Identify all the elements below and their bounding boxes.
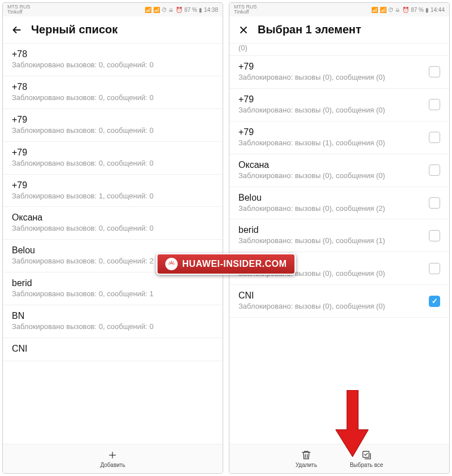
status-bar: MTS RUS Tinkoff 📶 📶 ⏱ 🕭 ⏰ 87 % ▮ 14:38 (3, 3, 223, 16)
contact-stats: Заблокировано вызовов: 0, сообщений: 1 (12, 289, 214, 299)
blocklist[interactable]: +78 Заблокировано вызовов: 0, сообщений:… (3, 44, 223, 444)
contact-name: BN (12, 311, 214, 321)
contact-name: CNI (12, 344, 214, 354)
select-checkbox[interactable] (429, 132, 440, 143)
list-item[interactable]: BN Заблокировано вызовов: 0, сообщений: … (3, 305, 223, 338)
contact-stats: Заблокировано вызовов: 0, сообщений: 0 (12, 159, 214, 168)
list-item[interactable]: +79 Заблокировано вызовов: 0, сообщений:… (3, 109, 223, 142)
page-title: Выбран 1 элемент (258, 23, 361, 36)
list-item[interactable]: +79 Заблокировано: вызовы (1), сообщения… (229, 122, 449, 154)
select-all-label: Выбрать все (350, 462, 383, 468)
contact-stats: Заблокировано: вызовы (0), сообщения (0) (238, 73, 424, 83)
contact-stats: Заблокировано вызовов: 0, сообщений: 0 (12, 322, 214, 332)
carrier-2: Tinkoff (234, 10, 257, 15)
list-item[interactable]: +78 Заблокировано вызовов: 0, сообщений:… (3, 44, 223, 76)
status-bar: MTS RUS Tinkoff 📶 📶 ⏱ 🕭 ⏰ 87 % ▮ 14:44 (229, 3, 449, 16)
contact-stats: Заблокировано: вызовы (0), сообщения (0) (238, 106, 424, 115)
contact-stats: Заблокировано: вызовы (0), сообщения (2) (238, 204, 424, 214)
list-item[interactable]: +79 Заблокировано вызовов: 1, сообщений:… (3, 175, 223, 207)
list-item[interactable]: Оксана Заблокировано вызовов: 0, сообщен… (3, 207, 223, 240)
contact-stats: Заблокировано вызовов: 0, сообщений: 0 (12, 60, 214, 70)
list-item[interactable]: +79 Заблокировано вызовов: 0, сообщений:… (3, 142, 223, 175)
contact-name: +79 (12, 148, 214, 158)
contact-name: Belou (238, 193, 424, 203)
list-item[interactable]: Belou Заблокировано: вызовы (0), сообщен… (229, 187, 449, 220)
list-item[interactable]: +79 Заблокировано: вызовы (0), сообщения… (229, 56, 449, 89)
contact-name: +79 (238, 94, 424, 105)
bottom-bar: Добавить (3, 444, 223, 473)
contact-name: Оксана (238, 160, 424, 170)
contact-stats: Заблокировано вызовов: 0, сообщений: 0 (12, 93, 214, 103)
page-title: Черный список (31, 23, 118, 36)
clock: 14:38 (204, 7, 218, 13)
list-item[interactable]: CNI (3, 338, 223, 361)
alarm-icon: ⏱ 🕭 ⏰ (162, 7, 183, 13)
contact-stats: Заблокировано: вызовы (0), сообщения (0) (238, 171, 424, 181)
select-checkbox[interactable] (429, 263, 440, 274)
select-all-button[interactable]: Выбрать все (336, 449, 397, 468)
contact-name: +79 (238, 62, 424, 72)
left-screen: MTS RUS Tinkoff 📶 📶 ⏱ 🕭 ⏰ 87 % ▮ 14:38 Ч… (2, 2, 223, 474)
partial-row: (0) (229, 44, 449, 56)
list-item[interactable]: Оксана Заблокировано: вызовы (0), сообще… (229, 154, 449, 187)
list-item[interactable]: berid Заблокировано: вызовы (0), сообщен… (229, 219, 449, 252)
contact-name: Оксана (12, 213, 214, 223)
contact-stats: Заблокировано вызовов: 1, сообщений: 0 (12, 192, 214, 201)
select-list[interactable]: (0) +79 Заблокировано: вызовы (0), сообщ… (229, 44, 449, 444)
contact-name: berid (12, 278, 214, 288)
contact-stats: Заблокировано вызовов: 0, сообщений: 0 (12, 224, 214, 233)
close-icon[interactable] (237, 24, 250, 36)
battery-text: 87 % (411, 7, 424, 13)
battery-icon: ▮ (425, 7, 429, 13)
select-checkbox[interactable] (429, 197, 440, 209)
battery-icon: ▮ (199, 7, 202, 13)
select-checkbox[interactable] (429, 230, 440, 241)
delete-label: Удалить (295, 462, 317, 468)
contact-stats: Заблокировано: вызовы (0), сообщения (1) (238, 236, 424, 246)
header: Черный список (3, 16, 223, 44)
select-checkbox[interactable] (429, 165, 440, 176)
header: Выбран 1 элемент (229, 16, 449, 44)
battery-text: 87 % (184, 7, 197, 13)
watermark-text: HUAWEI-INSIDER.COM (182, 259, 287, 269)
watermark-badge: HUAWEI-INSIDER.COM (157, 253, 296, 275)
back-icon[interactable] (11, 24, 23, 36)
huawei-logo-icon (166, 258, 178, 270)
alarm-icon: ⏱ 🕭 ⏰ (388, 7, 410, 13)
delete-button[interactable]: Удалить (282, 449, 331, 468)
contact-name: CNI (238, 291, 424, 301)
select-checkbox[interactable] (429, 296, 440, 307)
list-item[interactable]: +79 Заблокировано: вызовы (0), сообщения… (229, 89, 449, 122)
select-checkbox[interactable] (429, 99, 440, 110)
contact-stats: Заблокировано вызовов: 0, сообщений: 0 (12, 126, 214, 136)
contact-stats: Заблокировано: вызовы (0), сообщения (0) (238, 302, 424, 311)
list-item[interactable]: berid Заблокировано вызовов: 0, сообщени… (3, 272, 223, 305)
contact-name: +78 (12, 49, 214, 59)
carrier-2: Tinkoff (7, 10, 31, 15)
contact-stats: Заблокировано: вызовы (1), сообщения (0) (238, 139, 424, 148)
right-screen: MTS RUS Tinkoff 📶 📶 ⏱ 🕭 ⏰ 87 % ▮ 14:44 В… (229, 2, 450, 474)
contact-name: +79 (12, 180, 214, 191)
list-item[interactable]: CNI Заблокировано: вызовы (0), сообщения… (229, 285, 449, 318)
list-item[interactable]: +78 Заблокировано вызовов: 0, сообщений:… (3, 76, 223, 109)
contact-name: +78 (12, 82, 214, 92)
signal-icon: 📶 📶 (145, 7, 160, 13)
add-button[interactable]: Добавить (86, 449, 138, 468)
add-label: Добавить (100, 462, 125, 468)
clock: 14:44 (431, 7, 445, 13)
signal-icon: 📶 📶 (371, 7, 386, 13)
contact-name: berid (238, 225, 424, 235)
bottom-bar: Удалить Выбрать все (229, 444, 449, 473)
select-checkbox[interactable] (429, 66, 440, 77)
contact-name: +79 (238, 127, 424, 137)
contact-name: +79 (12, 115, 214, 125)
